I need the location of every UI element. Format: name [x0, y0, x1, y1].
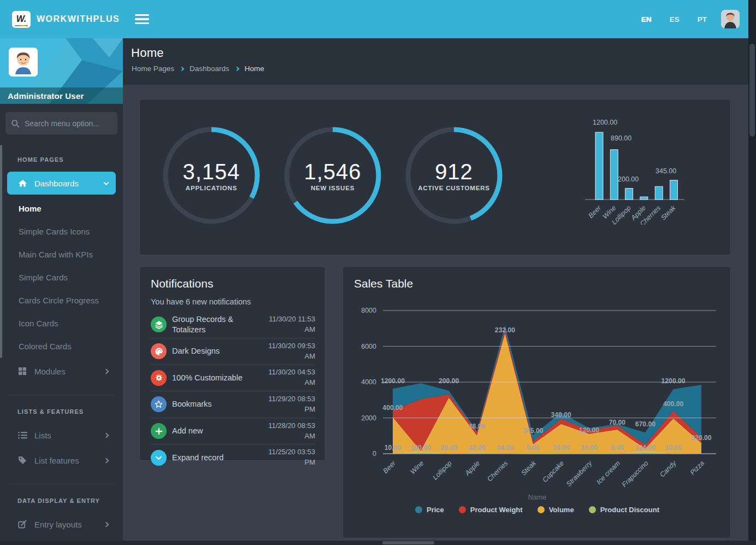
breadcrumb-separator-icon [180, 66, 184, 71]
svg-text:48.00: 48.00 [469, 423, 486, 430]
brand-logo[interactable]: W. WORKWITHPLUS [0, 11, 123, 28]
breadcrumb-dashboards[interactable]: Dashboards [190, 65, 229, 73]
modules-grid-icon [18, 367, 27, 376]
sidebar-subitem-main-card-with-kpis[interactable]: Main Card with KPIs [0, 243, 123, 266]
nav-section-data-display-entry: DATA DISPLAY & ENTRY [17, 497, 123, 504]
layers-badge [151, 317, 167, 332]
sidebar-subitem-cards-circle-progress[interactable]: Cards Circle Progress [0, 289, 123, 312]
sidebar-item-label: Entry layouts [34, 520, 82, 529]
svg-text:124.00: 124.00 [635, 444, 655, 452]
svg-text:Cherries: Cherries [486, 459, 509, 483]
horizontal-scrollbar-thumb[interactable] [382, 541, 434, 544]
sidebar-item-lists[interactable]: Lists [7, 424, 116, 447]
svg-text:70.00: 70.00 [609, 419, 626, 426]
svg-text:10.00: 10.00 [385, 444, 401, 452]
sidebar-subitem-icon-cards[interactable]: Icon Cards [0, 312, 123, 335]
language-en[interactable]: EN [641, 15, 652, 24]
notification-time: 11/30/20 04:53 AM [258, 367, 315, 388]
sales-area-chart: 1200.00400.00200.0048.00232.00345.00340.… [343, 267, 731, 504]
main-content: Home Home PagesDashboardsHome 3,154APPLI… [123, 38, 748, 545]
chevron-down-icon [155, 454, 163, 462]
palette-badge [151, 343, 167, 359]
notification-time: 11/25/20 03:53 PM [258, 447, 315, 468]
svg-text:320.00: 320.00 [691, 434, 711, 442]
legend-label: Product Discount [600, 506, 659, 514]
svg-text:10.00: 10.00 [553, 444, 570, 452]
horizontal-scrollbar[interactable] [0, 541, 756, 545]
notification-group-records-totalizers[interactable]: Group Records & Totalizers11/30/20 11:53… [151, 312, 315, 338]
legend-item-product-weight[interactable]: Product Weight [459, 506, 523, 514]
breadcrumb-separator-icon [235, 66, 239, 71]
sidebar-subitem-home[interactable]: Home [0, 197, 123, 220]
kpi-value: 1,546 [304, 160, 361, 183]
sidebar-item-modules[interactable]: Modules [7, 360, 116, 383]
layers-icon [155, 320, 163, 329]
bar-apple [640, 197, 648, 200]
star-badge [151, 396, 167, 412]
legend-item-product-discount[interactable]: Product Discount [589, 506, 659, 514]
svg-text:10.00: 10.00 [665, 444, 682, 452]
notification-label: 100% Customizable [172, 373, 258, 383]
sidebar: Administrator User HOME PAGESDashboardsH… [0, 38, 123, 545]
sidebar-item-entry-layouts[interactable]: Entry layouts [7, 513, 116, 536]
breadcrumb-home-pages[interactable]: Home Pages [132, 65, 174, 73]
svg-text:400.00: 400.00 [663, 400, 683, 408]
legend-dot-icon [589, 506, 596, 513]
svg-text:Ice cream: Ice cream [595, 459, 622, 486]
sidebar-scrollbar[interactable] [0, 145, 2, 358]
notification-label: Group Records & Totalizers [172, 314, 258, 335]
sidebar-item-label: Dashboards [34, 179, 79, 188]
notification-100-customizable[interactable]: 100% Customizable11/30/20 04:53 AM [151, 364, 315, 391]
sidebar-item-list-features[interactable]: List features [7, 449, 116, 472]
sidebar-subitem-colored-cards[interactable]: Colored Cards [0, 335, 123, 358]
chevron-right-icon [104, 368, 109, 374]
search-input[interactable] [20, 119, 107, 128]
notifications-card: Notifications You have 6 new notificatio… [139, 266, 326, 461]
user-avatar[interactable] [721, 10, 740, 28]
notification-dark-designs[interactable]: Dark Designs11/30/20 09:53 AM [151, 338, 315, 365]
legend-item-volume[interactable]: Volume [538, 506, 574, 514]
kpi-value: 912 [435, 160, 473, 183]
sidebar-subitem-simple-cards-icons[interactable]: Simple Cards Icons [0, 220, 123, 243]
bar-steak [670, 180, 678, 200]
notifications-list: Group Records & Totalizers11/30/20 11:53… [151, 312, 315, 471]
profile-avatar[interactable] [9, 48, 38, 77]
svg-text:1200.00: 1200.00 [662, 377, 686, 385]
sidebar-item-dashboards[interactable]: Dashboards [7, 172, 116, 195]
svg-text:20.00: 20.00 [440, 444, 457, 452]
legend-item-price[interactable]: Price [415, 506, 444, 514]
svg-text:10.00: 10.00 [581, 444, 598, 452]
language-es[interactable]: ES [670, 15, 680, 24]
svg-text:6000: 6000 [361, 343, 376, 350]
svg-text:200.00: 200.00 [618, 175, 639, 183]
chevron-right-icon [104, 521, 109, 527]
svg-text:200.00: 200.00 [439, 377, 459, 385]
notification-expand-record[interactable]: Expand record11/25/20 03:53 PM [151, 444, 315, 471]
tag-icon [18, 456, 27, 465]
star-icon [154, 400, 163, 409]
notification-label: Dark Designs [172, 346, 258, 356]
sidebar-subitem-simple-cards[interactable]: Simple Cards [0, 266, 123, 289]
language-pt[interactable]: PT [698, 15, 707, 24]
svg-text:Strawberry: Strawberry [565, 459, 594, 488]
svg-text:34.00: 34.00 [497, 444, 513, 452]
svg-text:Pizza: Pizza [689, 459, 706, 477]
sidebar-item-label: Lists [34, 431, 51, 440]
hamburger-menu-icon[interactable] [135, 12, 149, 27]
app-window: W. WORKWITHPLUS ENESPT [0, 0, 756, 545]
svg-text:Cupcake: Cupcake [541, 459, 566, 484]
breadcrumb-home: Home [245, 65, 264, 73]
profile-banner: Administrator User [0, 38, 123, 104]
chevron-down-icon [104, 180, 109, 185]
vertical-scrollbar-thumb[interactable] [749, 44, 755, 137]
kpi-label: NEW ISSUES [311, 185, 355, 191]
notification-bookmarks[interactable]: Bookmarks11/29/20 08:53 PM [151, 391, 315, 418]
svg-text:345.00: 345.00 [523, 427, 543, 435]
vertical-scrollbar[interactable] [748, 0, 756, 545]
user-band: Administrator User [0, 87, 123, 104]
notification-add-new[interactable]: Add new11/28/20 08:53 AM [151, 418, 315, 444]
svg-text:670.00: 670.00 [635, 420, 655, 428]
home-icon [18, 179, 27, 187]
mini-bar-chart: 1200.00890.00200.00345.00BeerWineLollipo… [580, 115, 697, 227]
avatar-illustration [9, 48, 38, 77]
